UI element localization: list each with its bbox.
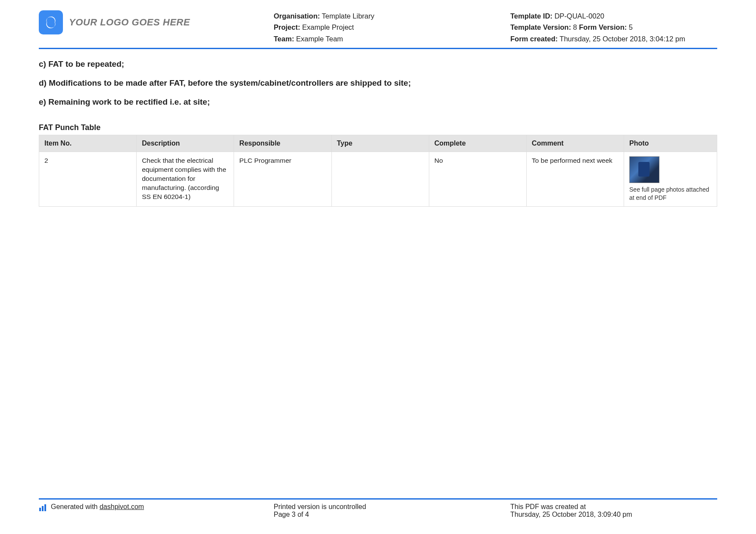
table-row: 2 Check that the electrical equipment co… bbox=[39, 152, 717, 207]
note-line-c: c) FAT to be repeated; bbox=[39, 59, 717, 69]
svg-rect-2 bbox=[44, 504, 46, 511]
project-label: Project: bbox=[274, 23, 300, 31]
document-page: YOUR LOGO GOES HERE Organisation: Templa… bbox=[0, 0, 756, 534]
created-label: This PDF was created at bbox=[510, 503, 717, 511]
footer-center: Printed version is uncontrolled Page 3 o… bbox=[274, 503, 510, 518]
logo-block: YOUR LOGO GOES HERE bbox=[39, 10, 274, 34]
fat-punch-table: Item No. Description Responsible Type Co… bbox=[39, 135, 717, 207]
table-header-row: Item No. Description Responsible Type Co… bbox=[39, 135, 717, 152]
note-line-d: d) Modifications to be made after FAT, b… bbox=[39, 78, 717, 88]
team-value: Example Team bbox=[296, 35, 343, 43]
col-type: Type bbox=[331, 135, 429, 152]
footer-left: Generated with dashpivot.com bbox=[39, 503, 274, 518]
bar-chart-icon bbox=[39, 504, 47, 512]
form-created-label: Form created: bbox=[510, 35, 558, 43]
note-line-e: e) Remaining work to be rectified i.e. a… bbox=[39, 97, 717, 107]
document-header: YOUR LOGO GOES HERE Organisation: Templa… bbox=[39, 10, 717, 49]
logo-text: YOUR LOGO GOES HERE bbox=[69, 17, 190, 28]
meta-right-column: Template ID: DP-QUAL-0020 Template Versi… bbox=[510, 10, 717, 44]
cell-item-no: 2 bbox=[39, 152, 137, 207]
cell-photo: See full page photos attached at end of … bbox=[624, 152, 717, 207]
logo-swirl-icon bbox=[44, 15, 58, 30]
col-complete: Complete bbox=[429, 135, 526, 152]
template-id-value: DP-QUAL-0020 bbox=[554, 12, 604, 20]
cell-type bbox=[331, 152, 429, 207]
col-photo: Photo bbox=[624, 135, 717, 152]
col-item-no: Item No. bbox=[39, 135, 137, 152]
generated-link[interactable]: dashpivot.com bbox=[100, 503, 144, 510]
footer-right: This PDF was created at Thursday, 25 Oct… bbox=[510, 503, 717, 518]
team-label: Team: bbox=[274, 35, 294, 43]
svg-rect-1 bbox=[42, 506, 44, 511]
col-comment: Comment bbox=[526, 135, 624, 152]
organisation-label: Organisation: bbox=[274, 12, 320, 20]
cell-responsible: PLC Programmer bbox=[234, 152, 331, 207]
template-version-label: Template Version: bbox=[510, 23, 571, 31]
cell-comment: To be performed next week bbox=[526, 152, 624, 207]
photo-note: See full page photos attached at end of … bbox=[629, 186, 712, 202]
project-value: Example Project bbox=[302, 23, 354, 31]
svg-rect-0 bbox=[39, 508, 41, 511]
form-created-value: Thursday, 25 October 2018, 3:04:12 pm bbox=[559, 35, 685, 43]
organisation-value: Template Library bbox=[322, 12, 375, 20]
col-responsible: Responsible bbox=[234, 135, 331, 152]
printed-line: Printed version is uncontrolled bbox=[274, 503, 510, 511]
meta-center-column: Organisation: Template Library Project: … bbox=[274, 10, 510, 44]
document-footer: Generated with dashpivot.com Printed ver… bbox=[39, 498, 717, 518]
form-version-label: Form Version: bbox=[579, 23, 627, 31]
template-id-label: Template ID: bbox=[510, 12, 553, 20]
table-title: FAT Punch Table bbox=[39, 123, 717, 132]
template-version-value: 8 bbox=[573, 23, 577, 31]
cell-description: Check that the electrical equipment comp… bbox=[137, 152, 234, 207]
cell-complete: No bbox=[429, 152, 526, 207]
photo-thumbnail-icon bbox=[629, 156, 659, 183]
generated-prefix: Generated with bbox=[51, 503, 100, 510]
form-version-value: 5 bbox=[629, 23, 633, 31]
created-value: Thursday, 25 October 2018, 3:09:40 pm bbox=[510, 511, 717, 518]
document-content: c) FAT to be repeated; d) Modifications … bbox=[39, 49, 717, 534]
page-line: Page 3 of 4 bbox=[274, 511, 510, 518]
col-description: Description bbox=[137, 135, 234, 152]
logo-icon bbox=[39, 10, 63, 34]
